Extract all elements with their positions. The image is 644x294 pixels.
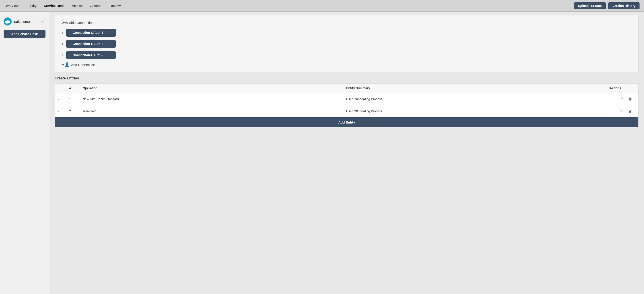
header-operation: Operation (80, 86, 344, 90)
row-1-delete-button[interactable]: 🗑 (628, 96, 633, 102)
row-2-delete-button[interactable]: 🗑 (628, 109, 633, 114)
row-2-chevron-icon[interactable]: › (58, 109, 59, 113)
nav-actions: Upload HR Data Version History (574, 2, 640, 9)
connection-oauth-6-button[interactable]: Connection-OAuth-6 (66, 40, 116, 48)
sidebar-service-item: Salesforce ⋮ (0, 15, 49, 28)
row-1-edit-button[interactable]: ✎ (619, 96, 624, 102)
row-2-operation: Terminate (80, 109, 344, 113)
connection-2-chevron[interactable]: › (62, 42, 63, 46)
table-header: # Operation Entity Summary Actions (55, 84, 638, 93)
row-2-actions: ✎ 🗑 (607, 108, 638, 114)
table-row: › 2 Terminate User Offboarding Process ✎… (55, 105, 638, 117)
row-1-entity-summary: User Onboarding Process (344, 97, 607, 101)
nav-overview[interactable]: Overview (4, 3, 18, 8)
row-1-number: 1 (66, 97, 80, 101)
connection-row-3: › Connection-OAuth-2 (62, 51, 631, 59)
row-2-edit-button[interactable]: ✎ (619, 108, 624, 114)
create-entries-title: Create Entries (55, 76, 638, 80)
add-connection-label: Add Connection (71, 63, 95, 67)
row-1-chevron-icon[interactable]: › (58, 97, 59, 101)
salesforce-logo (4, 17, 12, 25)
connection-1-chevron[interactable]: › (62, 31, 63, 35)
row-1-expand[interactable]: › (55, 97, 66, 101)
nav-items: Overview Identity Service Desk Access Ob… (4, 3, 574, 8)
header-actions: Actions (607, 86, 638, 90)
main-layout: Salesforce ⋮ Add Service Desk Available … (0, 12, 644, 294)
row-2-entity-summary: User Offboarding Process (344, 109, 607, 113)
sidebar-more-button[interactable]: ⋮ (40, 18, 46, 24)
nav-review[interactable]: Review (110, 3, 120, 8)
header-entity-summary: Entity Summary (344, 86, 607, 90)
row-1-actions: ✎ 🗑 (607, 96, 638, 102)
add-connection-icon: +👤 (62, 62, 70, 67)
add-service-desk-button[interactable]: Add Service Desk (4, 30, 46, 38)
row-2-expand[interactable]: › (55, 109, 66, 113)
connection-oauth-5-button[interactable]: Connection-OAuth-5 (66, 29, 116, 37)
connection-row-1: › Connection-OAuth-5 (62, 29, 631, 37)
table-row: › 1 New Hire/Rehire Onboard User Onboard… (55, 93, 638, 105)
main-content: Available Connections: › Connection-OAut… (49, 12, 644, 294)
nav-observe[interactable]: Observe (90, 3, 103, 8)
connections-card: Available Connections: › Connection-OAut… (55, 15, 638, 73)
upload-hr-button[interactable]: Upload HR Data (574, 2, 606, 9)
add-entity-button[interactable]: Add Entity (55, 117, 638, 127)
row-1-operation: New Hire/Rehire Onboard (80, 97, 344, 101)
header-number: # (66, 86, 80, 90)
top-nav: Overview Identity Service Desk Access Ob… (0, 0, 644, 12)
nav-identity[interactable]: Identity (26, 3, 36, 8)
sidebar-service-name: Salesforce (14, 20, 38, 23)
sidebar: Salesforce ⋮ Add Service Desk (0, 12, 49, 294)
connection-row-2: › Connection-OAuth-6 (62, 40, 631, 48)
header-expand (55, 86, 66, 90)
nav-access[interactable]: Access (72, 3, 82, 8)
create-entries-section: Create Entries # Operation Entity Summar… (55, 76, 638, 128)
connection-oauth-2-button[interactable]: Connection-OAuth-2 (66, 51, 116, 59)
version-history-button[interactable]: Version History (608, 2, 640, 9)
entries-table: # Operation Entity Summary Actions › 1 N… (55, 83, 638, 128)
nav-service-desk[interactable]: Service Desk (44, 3, 64, 8)
available-connections-label: Available Connections: (62, 21, 631, 25)
add-connection-row[interactable]: +👤 Add Connection (62, 62, 631, 67)
row-2-number: 2 (66, 109, 80, 113)
connection-3-chevron[interactable]: › (62, 53, 63, 57)
